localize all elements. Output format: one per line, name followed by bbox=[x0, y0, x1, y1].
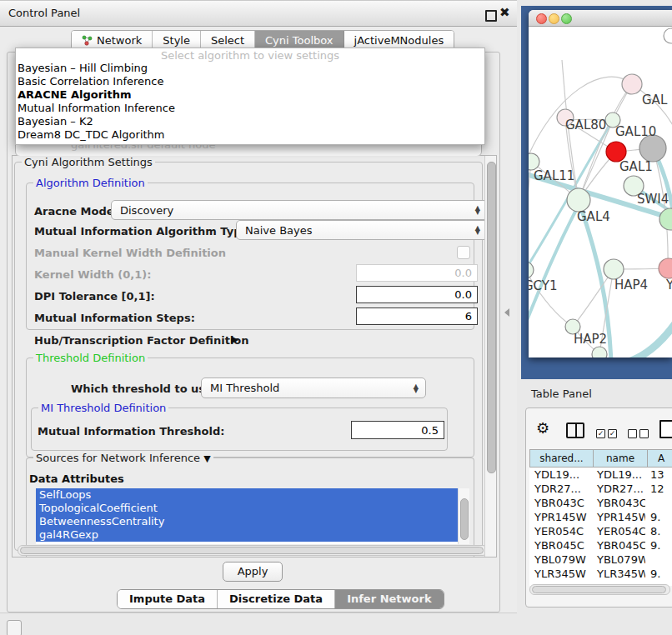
split-pane-collapse-icon[interactable] bbox=[504, 308, 509, 317]
algorithm-option[interactable]: Bayesian – K2 bbox=[16, 115, 484, 128]
algorithm-option[interactable]: Bayesian – Hill Climbing bbox=[16, 62, 484, 75]
float-window-icon[interactable] bbox=[485, 10, 497, 22]
network-canvas[interactable]: GALGAL80GAL10GAL1GAL11SWI4GAL4GCY1HAP4YH… bbox=[529, 27, 672, 358]
tab-discretize-data[interactable]: Discretize Data bbox=[218, 590, 335, 608]
network-edge[interactable] bbox=[629, 323, 672, 358]
mi-algorithm-type-select[interactable]: Naive Bayes ▲▼ bbox=[236, 220, 488, 240]
panel-corner-button[interactable] bbox=[7, 620, 22, 635]
select-all-checkboxes-icon[interactable]: ✓✓ bbox=[596, 427, 619, 439]
zoom-traffic-light-icon[interactable] bbox=[561, 13, 572, 24]
table-horizontal-scrollbar[interactable] bbox=[529, 584, 670, 595]
tab-infer-network[interactable]: Infer Network bbox=[335, 590, 443, 608]
expanded-arrow-icon[interactable]: ▼ bbox=[203, 453, 210, 464]
column-header[interactable]: A bbox=[648, 449, 672, 468]
dpi-tolerance-field[interactable]: 0.0 bbox=[356, 286, 478, 303]
scrollbar-thumb[interactable] bbox=[487, 162, 496, 473]
table-cell[interactable]: YBR045C bbox=[529, 538, 592, 552]
table-cell[interactable]: YDR27... bbox=[529, 482, 592, 496]
table-cell[interactable]: YBL079W bbox=[592, 552, 645, 567]
attribute-list-item[interactable]: TopologicalCoefficient bbox=[36, 502, 458, 515]
algorithm-option-selected[interactable]: ARACNE Algorithm bbox=[16, 88, 484, 102]
table-cell[interactable]: 9. bbox=[645, 510, 672, 524]
table-cell[interactable]: YBR045C bbox=[592, 538, 645, 552]
network-node[interactable] bbox=[604, 259, 624, 279]
table-cell[interactable]: YPR145W bbox=[529, 510, 592, 524]
close-icon[interactable]: ✖ bbox=[499, 6, 510, 19]
columns-icon[interactable] bbox=[566, 422, 584, 438]
table-cell[interactable]: YBR043C bbox=[592, 496, 645, 510]
tab-network[interactable]: Network bbox=[72, 31, 153, 49]
column-header[interactable]: name bbox=[594, 449, 648, 468]
network-node[interactable] bbox=[529, 153, 539, 170]
manual-kernel-width-checkbox[interactable] bbox=[457, 246, 470, 259]
new-table-icon[interactable] bbox=[659, 420, 672, 438]
network-node-label: Y bbox=[665, 278, 672, 292]
deselect-all-checkboxes-icon[interactable] bbox=[628, 427, 651, 439]
attribute-list-item[interactable]: BetweennessCentrality bbox=[36, 515, 458, 528]
tab-style[interactable]: Style bbox=[153, 31, 201, 49]
network-node[interactable] bbox=[592, 347, 607, 358]
algorithm-option[interactable]: Dream8 DC_TDC Algorithm bbox=[16, 128, 484, 142]
table-cell[interactable]: YDL19... bbox=[592, 468, 645, 482]
table-cell[interactable]: YDR27... bbox=[592, 482, 645, 496]
table-row[interactable]: YPR145WYPR145W9. bbox=[529, 510, 672, 524]
mi-threshold-field[interactable]: 0.5 bbox=[351, 421, 444, 439]
column-header[interactable]: shared... bbox=[529, 449, 594, 468]
table-cell[interactable]: 9. bbox=[645, 567, 672, 581]
table-cell[interactable] bbox=[645, 552, 672, 567]
table-source-combo-clipped[interactable]: galFiltered.sif default node bbox=[15, 143, 482, 156]
table-row[interactable]: YBR045CYBR045C9. bbox=[529, 538, 672, 552]
table-row[interactable]: YLR345WYLR345W9. bbox=[529, 567, 672, 581]
algorithm-option[interactable]: Basic Correlation Inference bbox=[16, 75, 484, 88]
attribute-list-item[interactable]: gal4RGexp bbox=[36, 528, 458, 542]
tab-impute-data[interactable]: Impute Data bbox=[118, 590, 218, 608]
apply-button[interactable]: Apply bbox=[223, 562, 283, 582]
table-cell[interactable]: YDL19... bbox=[529, 468, 592, 482]
table-row[interactable]: YBL079WYBL079W bbox=[529, 552, 672, 567]
collapsed-arrow-icon[interactable]: ▶ bbox=[231, 333, 238, 345]
tab-cyni-toolbox[interactable]: Cyni Toolbox bbox=[255, 31, 344, 49]
network-node[interactable] bbox=[664, 28, 672, 43]
table-row[interactable]: YBR043CYBR043C bbox=[529, 496, 672, 510]
network-node[interactable] bbox=[567, 188, 590, 212]
aracne-mode-select[interactable]: Discovery ▲▼ bbox=[111, 200, 488, 220]
settings-vertical-scrollbar[interactable] bbox=[484, 156, 497, 557]
settings-horizontal-scrollbar[interactable] bbox=[18, 545, 488, 556]
table-cell[interactable]: YER054C bbox=[529, 524, 592, 538]
table-row[interactable]: YDL19...YDL19...13 bbox=[529, 468, 672, 482]
table-row[interactable]: YER054CYER054C8. bbox=[529, 524, 672, 538]
gear-icon[interactable]: ⚙ bbox=[536, 421, 549, 436]
tab-select[interactable]: Select bbox=[201, 31, 255, 49]
table-cell[interactable]: 9. bbox=[645, 538, 672, 552]
algorithm-option[interactable]: Mutual Information Inference bbox=[16, 102, 484, 115]
which-threshold-select[interactable]: MI Threshold ▲▼ bbox=[201, 378, 426, 398]
network-node[interactable] bbox=[659, 258, 672, 278]
table-cell[interactable]: 8. bbox=[645, 524, 672, 538]
close-traffic-light-icon[interactable] bbox=[536, 13, 547, 24]
table-cell[interactable]: YPR145W bbox=[592, 510, 645, 524]
table-row[interactable]: YDR27...YDR27...12 bbox=[529, 482, 672, 496]
network-node[interactable] bbox=[622, 74, 642, 94]
kernel-width-field[interactable]: 0.0 bbox=[356, 264, 478, 282]
table-cell[interactable] bbox=[645, 496, 672, 510]
network-window-titlebar[interactable] bbox=[529, 10, 672, 27]
minimize-traffic-light-icon[interactable] bbox=[549, 13, 559, 24]
hub-definition-label[interactable]: Hub/Transcription Factor Definition bbox=[34, 334, 249, 347]
data-attributes-list[interactable]: SelfLoopsTopologicalCoefficientBetweenne… bbox=[36, 488, 458, 544]
table-cell[interactable]: YLR345W bbox=[592, 567, 645, 581]
table-cell[interactable]: YBL079W bbox=[529, 552, 592, 567]
cyni-bottom-tabs: Impute Data Discretize Data Infer Networ… bbox=[117, 589, 444, 609]
table-cell[interactable]: YER054C bbox=[592, 524, 645, 538]
attributes-list-scrollbar[interactable] bbox=[458, 488, 469, 544]
attribute-list-item[interactable]: SelfLoops bbox=[36, 488, 458, 502]
network-node[interactable] bbox=[659, 208, 672, 230]
control-panel-titlebar: Control Panel ✖ bbox=[0, 0, 517, 27]
tab-jactivemnodules[interactable]: jActiveMNodules bbox=[344, 31, 454, 49]
table-cell[interactable]: 12 bbox=[645, 482, 672, 496]
network-view-window[interactable]: GALGAL80GAL10GAL1GAL11SWI4GAL4GCY1HAP4YH… bbox=[529, 10, 672, 358]
mi-steps-field[interactable]: 6 bbox=[356, 308, 478, 325]
table-cell[interactable]: YLR345W bbox=[529, 567, 592, 581]
table-cell[interactable]: YBR043C bbox=[529, 496, 592, 510]
network-node[interactable] bbox=[529, 262, 534, 278]
table-cell[interactable]: 13 bbox=[645, 468, 672, 482]
